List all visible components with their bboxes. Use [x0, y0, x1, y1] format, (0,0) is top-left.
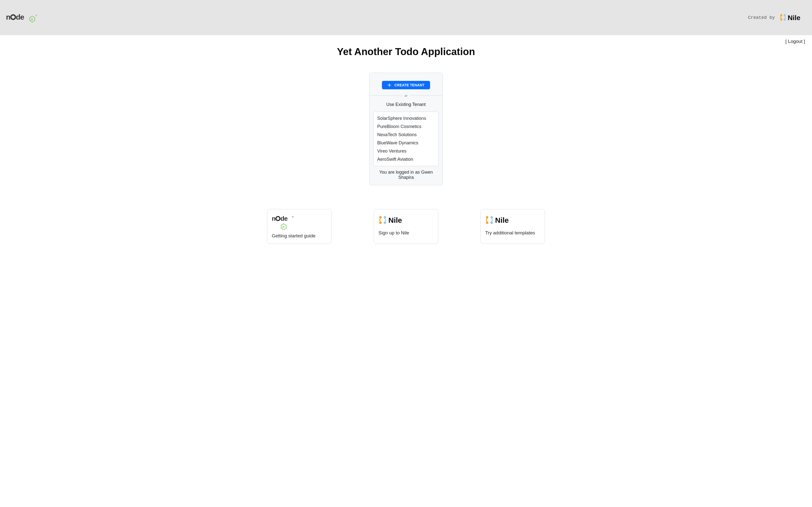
svg-text:Nile: Nile — [495, 216, 509, 224]
footer-card-signup-nile[interactable]: Nile Sign up to Nile — [374, 209, 438, 244]
tenant-item[interactable]: SolarSphere Innovations — [374, 114, 438, 122]
svg-point-24 — [486, 222, 488, 224]
tenant-item[interactable]: NexaTech Solutions — [374, 131, 438, 139]
page-title: Yet Another Todo Application — [0, 46, 812, 57]
footer-card-label: Try additional templates — [485, 230, 540, 236]
svg-point-23 — [486, 216, 488, 219]
svg-point-20 — [384, 216, 386, 219]
svg-point-21 — [384, 222, 386, 224]
divider-line-right — [410, 96, 442, 96]
existing-tenant-section: Use Existing Tenant SolarSphere Innovati… — [370, 98, 442, 185]
svg-point-18 — [379, 216, 382, 219]
existing-tenant-heading: Use Existing Tenant — [374, 102, 438, 107]
svg-point-15 — [292, 216, 293, 217]
logout-row: [ Logout ] — [0, 35, 812, 44]
divider-line-left — [370, 96, 402, 96]
logout-link[interactable]: [ Logout ] — [786, 39, 805, 44]
svg-text:Nile: Nile — [388, 216, 402, 224]
svg-point-25 — [490, 216, 493, 219]
tenant-item[interactable]: PureBloom Cosmetics — [374, 122, 438, 131]
svg-text:n: n — [6, 13, 10, 21]
tenant-item[interactable]: Vireo Ventures — [374, 147, 438, 155]
svg-point-8 — [780, 18, 782, 20]
svg-text:js: js — [282, 225, 285, 228]
svg-point-10 — [784, 18, 786, 20]
plus-icon — [387, 83, 391, 87]
footer-cards: n de js Getting started guide — [0, 209, 812, 254]
create-tenant-button[interactable]: CREATE TENANT — [382, 81, 430, 89]
nodejs-logo: n de js R — [6, 12, 38, 23]
tenant-card: CREATE TENANT or Use Existing Tenant Sol… — [369, 73, 443, 185]
created-by-label: Created by — [748, 15, 775, 20]
logged-in-text: You are logged in as Gwen Shapira — [374, 170, 438, 180]
nile-logo: Nile — [779, 13, 804, 22]
tenant-item[interactable]: BlueWave Dynamics — [374, 139, 438, 147]
nile-logo-small: Nile — [378, 214, 434, 227]
svg-text:de: de — [280, 215, 288, 222]
svg-point-9 — [784, 14, 786, 16]
created-by-section: Created by Nile — [748, 13, 804, 22]
svg-point-13 — [276, 217, 280, 221]
svg-point-26 — [490, 222, 493, 224]
svg-point-19 — [379, 222, 382, 224]
svg-point-1 — [11, 15, 15, 19]
svg-text:Nile: Nile — [788, 14, 800, 21]
divider-text: or — [402, 94, 410, 98]
divider: or — [370, 94, 442, 98]
create-tenant-section: CREATE TENANT — [370, 73, 442, 94]
footer-card-label: Sign up to Nile — [378, 230, 434, 236]
tenant-item[interactable]: AeroSwift Aviation — [374, 155, 438, 163]
svg-text:de: de — [16, 13, 24, 21]
create-tenant-label: CREATE TENANT — [394, 83, 424, 87]
nile-logo-small: Nile — [485, 214, 540, 227]
svg-point-7 — [780, 14, 782, 16]
app-header: n de js R Created by — [0, 0, 812, 35]
svg-text:js: js — [31, 18, 33, 20]
svg-text:R: R — [36, 15, 37, 16]
footer-card-getting-started[interactable]: n de js Getting started guide — [267, 209, 332, 244]
svg-text:n: n — [272, 215, 275, 222]
nodejs-logo-small: n de js — [272, 214, 327, 230]
footer-card-templates[interactable]: Nile Try additional templates — [480, 209, 545, 244]
footer-card-label: Getting started guide — [272, 233, 327, 239]
tenant-list: SolarSphere Innovations PureBloom Cosmet… — [374, 112, 438, 166]
